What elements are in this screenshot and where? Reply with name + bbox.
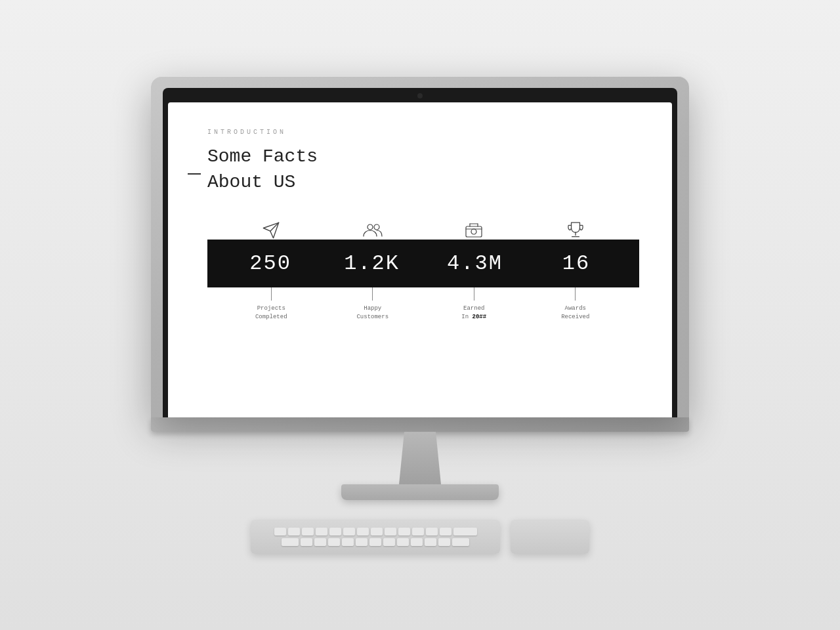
left-line-decoration	[188, 173, 201, 175]
key	[274, 528, 286, 536]
key	[328, 538, 340, 546]
key	[302, 528, 314, 536]
key	[357, 528, 369, 536]
trophy-icon	[549, 221, 602, 240]
key	[440, 528, 452, 536]
divider	[372, 287, 373, 301]
stat-number-customers: 1.2K	[344, 251, 400, 276]
key	[282, 538, 299, 546]
divider	[271, 287, 272, 301]
paper-plane-icon	[245, 221, 297, 240]
screen-content: INTRODUCTION Some Facts About US	[168, 102, 672, 417]
happy-customers-icon	[346, 221, 399, 240]
keyboard	[251, 520, 500, 554]
key	[426, 528, 438, 536]
key	[411, 538, 423, 546]
key	[412, 528, 424, 536]
screen: INTRODUCTION Some Facts About US	[168, 102, 672, 417]
monitor-outer: INTRODUCTION Some Facts About US	[151, 76, 689, 417]
scene: INTRODUCTION Some Facts About US	[0, 0, 840, 630]
svg-point-5	[471, 229, 476, 234]
earned-icon	[448, 221, 500, 240]
main-title: Some Facts About US	[207, 144, 639, 195]
trackpad	[511, 520, 589, 554]
stat-label-awards: AwardsReceived	[549, 287, 602, 321]
key	[288, 528, 300, 536]
stats-section: 250 1.2K 4.3M 16 ProjectsCompleted	[207, 221, 639, 321]
key	[398, 528, 410, 536]
divider	[474, 287, 474, 301]
key	[301, 538, 312, 546]
stat-number-awards: 16	[550, 251, 602, 276]
stat-label-customers: HappyCustomers	[346, 287, 399, 321]
camera-dot	[417, 93, 423, 98]
svg-rect-4	[466, 226, 482, 237]
peripherals	[251, 500, 589, 554]
stat-label-earned: EarnedIn 20##	[448, 287, 500, 321]
key	[425, 538, 436, 546]
stat-label-projects: ProjectsCompleted	[245, 287, 297, 321]
key	[371, 528, 383, 536]
divider	[575, 287, 576, 301]
stat-number-earned: 4.3M	[447, 251, 503, 276]
key	[397, 538, 409, 546]
key	[316, 528, 327, 536]
stat-number-projects: 250	[244, 251, 297, 276]
key	[438, 538, 450, 546]
key	[453, 528, 477, 536]
key	[314, 538, 326, 546]
key	[342, 538, 354, 546]
monitor-base-top	[151, 417, 689, 432]
monitor-neck	[394, 432, 446, 484]
intro-label: INTRODUCTION	[207, 129, 639, 136]
monitor-bezel: INTRODUCTION Some Facts About US	[163, 88, 677, 417]
numbers-bar: 250 1.2K 4.3M 16	[207, 240, 639, 287]
key	[343, 528, 355, 536]
svg-point-3	[374, 224, 379, 230]
key	[369, 538, 381, 546]
icons-row	[207, 221, 639, 240]
key	[356, 538, 368, 546]
monitor-foot	[341, 484, 499, 500]
key	[385, 528, 396, 536]
svg-point-2	[368, 224, 373, 230]
key	[452, 538, 469, 546]
labels-row: ProjectsCompleted HappyCustomers EarnedI…	[207, 287, 639, 321]
key	[329, 528, 341, 536]
key	[383, 538, 395, 546]
